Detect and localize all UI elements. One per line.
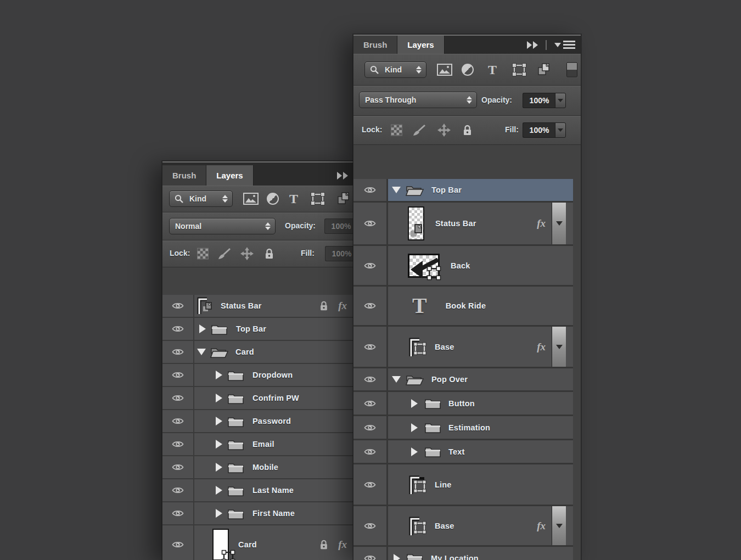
layer-thumbnail[interactable] bbox=[408, 254, 440, 278]
visibility-toggle[interactable] bbox=[162, 341, 194, 363]
disclosure-collapsed-icon[interactable] bbox=[394, 554, 400, 560]
type-layer-icon[interactable]: T bbox=[412, 295, 427, 317]
layer-effects-badge[interactable]: fx bbox=[338, 539, 347, 551]
tab-layers[interactable]: Layers bbox=[206, 165, 253, 186]
layer-row[interactable]: Last Name bbox=[162, 479, 353, 502]
filter-shape-layers-icon[interactable] bbox=[310, 192, 325, 205]
filter-type-layers-icon[interactable]: T bbox=[488, 63, 497, 76]
layer-name[interactable]: Base bbox=[435, 522, 454, 530]
layer-name[interactable]: Last Name bbox=[252, 486, 294, 495]
layer-row[interactable]: Pop Over bbox=[353, 368, 573, 392]
layer-name[interactable]: Button bbox=[448, 399, 475, 408]
filter-pixel-layers-icon[interactable] bbox=[243, 193, 259, 205]
blend-mode-dropdown[interactable]: Normal bbox=[169, 218, 276, 234]
visibility-toggle[interactable] bbox=[162, 433, 194, 455]
layer-effects-badge[interactable]: fx bbox=[338, 300, 347, 312]
layer-row[interactable]: Card bbox=[162, 341, 353, 364]
visibility-toggle[interactable] bbox=[353, 440, 388, 463]
lock-position-icon[interactable] bbox=[437, 124, 451, 137]
disclosure-collapsed-icon[interactable] bbox=[411, 423, 418, 432]
layer-row[interactable]: Back bbox=[353, 246, 573, 287]
layer-row[interactable]: Status Bar fx bbox=[353, 203, 573, 246]
visibility-toggle[interactable] bbox=[353, 506, 388, 545]
visibility-toggle[interactable] bbox=[353, 368, 388, 390]
lock-transparency-icon[interactable] bbox=[197, 248, 209, 260]
visibility-toggle[interactable] bbox=[162, 410, 194, 432]
fill-dropdown-arrow[interactable] bbox=[555, 122, 566, 138]
layer-row[interactable]: Password bbox=[162, 410, 353, 433]
layer-name[interactable]: Dropdown bbox=[252, 371, 293, 379]
tab-brush[interactable]: Brush bbox=[353, 36, 397, 54]
layer-name[interactable]: Email bbox=[252, 440, 274, 449]
disclosure-collapsed-icon[interactable] bbox=[216, 371, 222, 379]
disclosure-expanded-icon[interactable] bbox=[197, 349, 206, 355]
layer-row[interactable]: Button bbox=[353, 392, 573, 416]
disclosure-expanded-icon[interactable] bbox=[392, 187, 401, 193]
visibility-toggle[interactable] bbox=[162, 387, 194, 409]
layer-thumbnail[interactable] bbox=[408, 206, 424, 240]
lock-paint-icon[interactable] bbox=[412, 124, 426, 136]
visibility-toggle[interactable] bbox=[353, 416, 388, 439]
visibility-toggle[interactable] bbox=[353, 287, 388, 325]
disclosure-collapsed-icon[interactable] bbox=[216, 417, 222, 425]
lock-paint-icon[interactable] bbox=[217, 248, 232, 260]
layer-name[interactable]: Status Bar bbox=[221, 301, 262, 310]
visibility-toggle[interactable] bbox=[162, 525, 194, 560]
layer-row[interactable]: Mobile bbox=[162, 456, 353, 479]
filter-adjustment-layers-icon[interactable] bbox=[267, 193, 279, 205]
panel-menu-icon[interactable] bbox=[554, 41, 575, 49]
layer-row[interactable]: Estimation bbox=[353, 416, 573, 440]
layer-name[interactable]: Back bbox=[451, 261, 470, 270]
opacity-dropdown-arrow[interactable] bbox=[555, 93, 566, 108]
filter-type-layers-icon[interactable]: T bbox=[289, 192, 298, 205]
collapse-panel-icon[interactable] bbox=[527, 41, 538, 49]
layer-effects-badge[interactable]: fx bbox=[537, 341, 546, 353]
layer-name[interactable]: Top Bar bbox=[431, 186, 462, 194]
fill-value[interactable]: 100% bbox=[523, 122, 555, 138]
layer-row[interactable]: First Name bbox=[162, 502, 353, 525]
layer-name[interactable]: Confrim PW bbox=[252, 394, 299, 402]
layer-row-selected[interactable]: Top Bar bbox=[353, 179, 573, 203]
visibility-toggle[interactable] bbox=[162, 502, 194, 524]
shape-layer-icon[interactable] bbox=[408, 475, 428, 495]
disclosure-collapsed-icon[interactable] bbox=[216, 394, 222, 402]
layer-row[interactable]: T Book Ride bbox=[353, 287, 573, 327]
fill-value[interactable]: 100% bbox=[325, 246, 354, 261]
layer-name[interactable]: Pop Over bbox=[431, 375, 468, 384]
effects-collapse-strip[interactable] bbox=[552, 327, 566, 367]
disclosure-collapsed-icon[interactable] bbox=[216, 486, 222, 495]
disclosure-collapsed-icon[interactable] bbox=[199, 324, 206, 333]
layer-row[interactable]: My Location bbox=[353, 547, 573, 560]
layer-row[interactable]: Card fx bbox=[162, 525, 353, 560]
filter-on-off-toggle[interactable] bbox=[566, 62, 577, 77]
visibility-toggle[interactable] bbox=[162, 479, 194, 501]
lock-all-icon[interactable] bbox=[265, 248, 274, 260]
disclosure-collapsed-icon[interactable] bbox=[216, 509, 222, 518]
lock-position-icon[interactable] bbox=[240, 247, 254, 260]
layer-name[interactable]: Base bbox=[435, 343, 454, 351]
blend-mode-dropdown[interactable]: Pass Through bbox=[359, 92, 477, 108]
shape-layer-icon[interactable] bbox=[408, 337, 428, 357]
visibility-toggle[interactable] bbox=[353, 464, 388, 505]
layer-name[interactable]: Password bbox=[252, 417, 291, 425]
filter-kind-dropdown[interactable]: Kind bbox=[169, 191, 233, 207]
visibility-toggle[interactable] bbox=[162, 318, 194, 340]
filter-smart-objects-icon[interactable] bbox=[537, 63, 552, 77]
disclosure-collapsed-icon[interactable] bbox=[411, 399, 418, 408]
layer-name[interactable]: My Location bbox=[431, 554, 479, 560]
layer-thumbnail[interactable] bbox=[212, 529, 229, 560]
visibility-toggle[interactable] bbox=[353, 327, 388, 367]
layer-name[interactable]: Book Ride bbox=[446, 301, 486, 310]
filter-shape-layers-icon[interactable] bbox=[512, 63, 527, 76]
opacity-value[interactable]: 100% bbox=[324, 219, 354, 234]
layer-effects-badge[interactable]: fx bbox=[537, 217, 546, 229]
filter-adjustment-layers-icon[interactable] bbox=[462, 64, 474, 76]
layer-name[interactable]: Line bbox=[435, 480, 452, 489]
filter-smart-objects-icon[interactable] bbox=[337, 192, 351, 206]
visibility-toggle[interactable] bbox=[353, 246, 388, 285]
layer-effects-badge[interactable]: fx bbox=[537, 520, 546, 532]
layer-name[interactable]: Card bbox=[238, 540, 257, 549]
layer-name[interactable]: Top Bar bbox=[236, 324, 266, 333]
tab-layers[interactable]: Layers bbox=[397, 36, 444, 54]
layer-row[interactable]: Text bbox=[353, 440, 573, 464]
